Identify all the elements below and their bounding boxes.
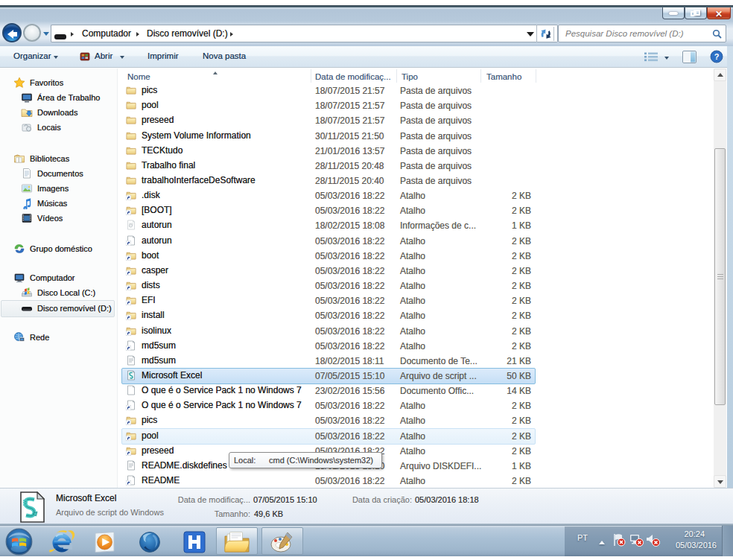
svg-text:?: ? <box>714 52 720 61</box>
